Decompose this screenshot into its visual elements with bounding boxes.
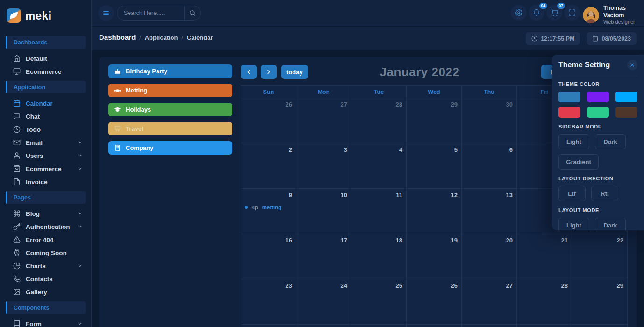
calendar-day-cell[interactable] [517, 325, 572, 327]
sidebar-item-ecommerce-app[interactable]: Ecommerce [0, 162, 91, 175]
sidebar-nav: Dashboards Default Ecommerce Application… [0, 36, 91, 327]
hamburger-menu-button[interactable] [98, 5, 114, 21]
sidebar-item-email[interactable]: Email [0, 136, 91, 149]
sidebar-item-chat[interactable]: Chat [0, 110, 91, 123]
category-holidays[interactable]: Holidays [108, 103, 232, 116]
category-travel[interactable]: Travel [108, 122, 232, 135]
calendar-day-cell[interactable]: 11 [351, 189, 407, 234]
day-header-wed: Wed [407, 86, 462, 98]
fullscreen-button[interactable] [564, 5, 580, 21]
sidebar-mode-dark-button[interactable]: Dark [595, 134, 626, 149]
sidebar-item-authentication[interactable]: Authentication [0, 220, 91, 233]
sidebar-item-blog[interactable]: Blog [0, 207, 91, 220]
notifications-button[interactable]: 04 [529, 5, 544, 21]
swatch-purple[interactable] [587, 92, 609, 102]
calendar-day-cell[interactable] [572, 325, 627, 327]
calendar-day-cell[interactable]: 5 [407, 143, 462, 189]
calendar-day-cell[interactable]: 23 [241, 279, 296, 325]
calendar-day-cell[interactable]: 4 [351, 143, 407, 189]
search-submit[interactable] [184, 6, 200, 20]
calendar-day-cell[interactable] [296, 325, 351, 327]
chevron-down-icon [77, 153, 83, 158]
calendar-day-cell[interactable] [351, 325, 407, 327]
calendar-day-cell[interactable]: 6 [462, 143, 517, 189]
sidebar-mode-gradient-button[interactable]: Gradient [558, 154, 599, 170]
hamburger-icon [103, 10, 109, 16]
close-theme-panel-button[interactable] [627, 60, 637, 70]
user-menu[interactable]: Thomas Vactom Web designer [583, 5, 644, 26]
calendar-day-cell[interactable] [462, 325, 517, 327]
calendar-day-cell[interactable]: 20 [462, 234, 517, 279]
sidebar-item-contacts[interactable]: Contacts [0, 272, 91, 285]
swatch-green[interactable] [587, 107, 609, 118]
calendar-event-metting[interactable]: 4p metting [245, 205, 281, 210]
swatch-steel-blue[interactable] [558, 92, 580, 102]
sidebar-item-ecommerce-dashboard[interactable]: Ecommerce [0, 65, 91, 78]
search-input[interactable] [117, 10, 184, 16]
calendar-day-cell[interactable]: 28 [351, 98, 407, 143]
calendar-day-cell[interactable] [241, 325, 296, 327]
calendar-day-cell[interactable]: 12 [407, 189, 462, 234]
prev-month-button[interactable] [241, 65, 257, 79]
theme-color-label: THEME COLOR [558, 81, 637, 87]
category-birthday-party[interactable]: Birthday Party [108, 64, 232, 78]
brand-logo-icon [7, 8, 21, 23]
swatch-brown[interactable] [615, 107, 637, 118]
calendar-day-cell[interactable]: 30 [462, 98, 517, 143]
calendar-day-cell[interactable]: 27 [462, 279, 517, 325]
sidebar-item-invoice[interactable]: Invoice [0, 175, 91, 188]
settings-button[interactable] [511, 5, 527, 21]
book-icon [13, 320, 21, 327]
swatch-red[interactable] [558, 107, 580, 118]
calendar-day-cell[interactable]: 9 4p metting [241, 189, 296, 234]
building-icon [114, 144, 121, 151]
breadcrumb-application[interactable]: Application [145, 34, 178, 41]
swatch-cyan-blue[interactable] [615, 92, 637, 102]
chevron-down-icon [77, 321, 83, 327]
calendar-day-cell[interactable]: 17 [296, 234, 351, 279]
calendar-day-cell[interactable] [407, 325, 462, 327]
current-date: 08/05/2023 [601, 36, 631, 42]
calendar-day-cell[interactable]: 13 [462, 189, 517, 234]
category-company[interactable]: Company [108, 141, 232, 155]
sidebar-item-error-404[interactable]: Error 404 [0, 233, 91, 246]
cart-button[interactable]: 07 [546, 5, 562, 21]
sidebar-item-charts[interactable]: Charts [0, 259, 91, 272]
sidebar-item-todo[interactable]: Todo [0, 123, 91, 136]
calendar-day-cell[interactable]: 19 [407, 234, 462, 279]
sidebar-item-coming-soon[interactable]: Coming Soon [0, 246, 91, 259]
sidebar-item-calendar[interactable]: Calendar [0, 97, 91, 110]
layout-mode-dark-button[interactable]: Dark [595, 218, 626, 230]
calendar-day-cell[interactable]: 21 [517, 234, 572, 279]
calendar-day-cell[interactable]: 2 [241, 143, 296, 189]
theme-color-swatches [558, 92, 637, 118]
calendar-day-cell[interactable]: 18 [351, 234, 407, 279]
next-month-button[interactable] [261, 65, 277, 79]
layout-direction-ltr-button[interactable]: Ltr [558, 186, 586, 201]
sidebar-item-form[interactable]: Form [0, 317, 91, 327]
calendar-day-cell[interactable]: 24 [296, 279, 351, 325]
calendar-day-cell[interactable]: 3 [296, 143, 351, 189]
calendar-day-cell[interactable]: 28 [517, 279, 572, 325]
sidebar-item-default[interactable]: Default [0, 52, 91, 65]
calendar-day-cell[interactable]: 22 [572, 234, 627, 279]
sidebar-item-users[interactable]: Users [0, 149, 91, 162]
layout-direction-rtl-button[interactable]: Rtl [591, 186, 618, 201]
calendar-day-cell[interactable]: 16 [241, 234, 296, 279]
calendar-day-cell[interactable]: 10 [296, 189, 351, 234]
sidebar-mode-light-button[interactable]: Light [558, 134, 589, 149]
current-time: 12:17:55 PM [541, 36, 574, 42]
breadcrumb-dashboard[interactable]: Dashboard [99, 33, 136, 41]
calendar-day-cell[interactable]: 29 [407, 98, 462, 143]
category-metting[interactable]: Metting [108, 84, 232, 97]
calendar-day-cell[interactable]: 26 [241, 98, 296, 143]
brand-logo[interactable]: meki [0, 0, 91, 26]
pie-chart-icon [13, 262, 21, 270]
calendar-day-cell[interactable]: 29 [572, 279, 627, 325]
calendar-day-cell[interactable]: 25 [351, 279, 407, 325]
calendar-day-cell[interactable]: 27 [296, 98, 351, 143]
alert-triangle-icon [13, 236, 21, 243]
layout-mode-light-button[interactable]: Light [558, 218, 589, 230]
calendar-day-cell[interactable]: 26 [407, 279, 462, 325]
sidebar-item-gallery[interactable]: Gallery [0, 285, 91, 299]
